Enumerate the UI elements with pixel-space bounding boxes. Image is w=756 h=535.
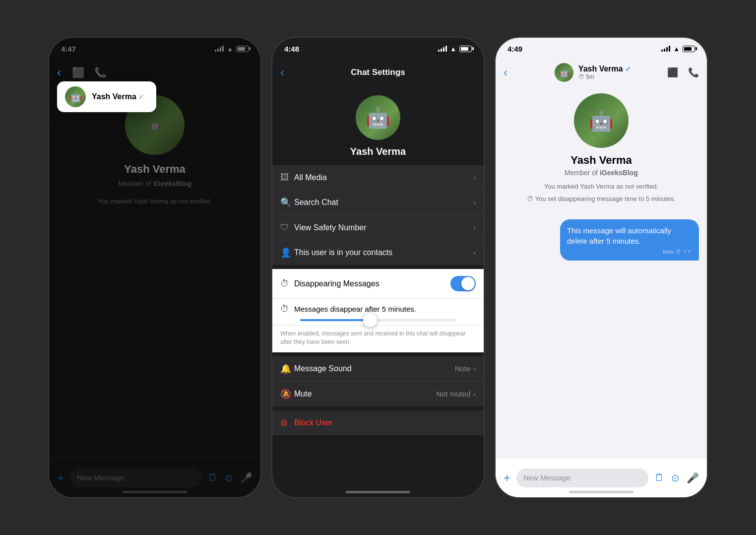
disappearing-system-msg: ⏱ You set disappearing message time to 5… bbox=[511, 195, 692, 202]
t-bar2 bbox=[664, 49, 665, 52]
chat-member-3: Member of iGeeksBlog bbox=[565, 169, 638, 177]
s-bar2 bbox=[441, 49, 442, 52]
popup-verified-icon: ✓ bbox=[138, 93, 144, 101]
status-bar-3: 4:49 ▲ bbox=[496, 38, 707, 60]
verified-3: ✓ bbox=[625, 65, 631, 73]
sticker-icon-3[interactable]: 🗒 bbox=[654, 472, 664, 483]
battery-fill-2 bbox=[461, 47, 468, 51]
contacts-row[interactable]: 👤 This user is in your contacts › bbox=[272, 240, 484, 265]
slider-track bbox=[300, 319, 456, 321]
contacts-icon: 👤 bbox=[280, 247, 294, 258]
disappearing-section: ⏱ Disappearing Messages ⏱ Messages disap… bbox=[272, 269, 484, 352]
status-bar-2: 4:48 ▲ bbox=[272, 38, 484, 60]
chevron-4: › bbox=[473, 249, 476, 257]
signal-3 bbox=[661, 46, 670, 52]
chevron-1: › bbox=[473, 174, 476, 182]
wifi-2: ▲ bbox=[450, 45, 456, 53]
slider-container[interactable] bbox=[280, 314, 476, 323]
chat-bubble: This message will automatically delete a… bbox=[560, 219, 699, 261]
home-indicator-2 bbox=[346, 491, 410, 493]
signal-2 bbox=[438, 46, 447, 52]
all-media-row[interactable]: 🖼 All Media › bbox=[272, 165, 484, 190]
section-1: 🖼 All Media › 🔍 Search Chat › 🛡 View Saf… bbox=[272, 165, 484, 265]
section-2: 🔔 Message Sound Note › 🔕 Mute Not muted … bbox=[272, 356, 484, 406]
search-chat-label: Search Chat bbox=[294, 198, 473, 207]
nav-title-2: Chat Settings bbox=[295, 67, 461, 77]
phone-2: 4:48 ▲ ‹ Chat Settings bbox=[271, 37, 485, 498]
t-bar3 bbox=[666, 47, 668, 52]
nav-actions-1: ⬛ 📞 bbox=[72, 67, 107, 78]
battery-tip-2 bbox=[472, 47, 474, 50]
mute-row[interactable]: 🔕 Mute Not muted › bbox=[272, 382, 484, 406]
safety-number-row[interactable]: 🛡 View Safety Number › bbox=[272, 215, 484, 240]
nav-bar-3: ‹ 🤖 Yash Verma ✓ ⏱ 5m ⬛ 📞 bbox=[496, 60, 707, 85]
slider-thumb[interactable] bbox=[363, 313, 377, 327]
slider-fill bbox=[300, 319, 370, 321]
battery-fill-3 bbox=[684, 47, 692, 51]
time-2: 4:48 bbox=[284, 45, 299, 53]
message-sound-row[interactable]: 🔔 Message Sound Note › bbox=[272, 356, 484, 382]
toy-avatar-chat: 🤖 bbox=[574, 93, 629, 148]
block-user-row[interactable]: ⊘ Block User bbox=[272, 410, 484, 435]
message-input-3[interactable]: New Message bbox=[516, 468, 648, 487]
mute-icon: 🔕 bbox=[280, 389, 294, 400]
settings-scroll[interactable]: 🤖 Yash Verma 🖼 All Media › 🔍 Search Chat… bbox=[272, 85, 484, 480]
disappearing-row[interactable]: ⏱ Disappearing Messages bbox=[272, 269, 484, 299]
wifi-3: ▲ bbox=[673, 45, 680, 53]
battery-tip-3 bbox=[695, 47, 697, 50]
toy-avatar-3: 🤖 bbox=[555, 63, 573, 82]
sound-label: Message Sound bbox=[294, 364, 455, 373]
back-button-3[interactable]: ‹ bbox=[504, 66, 518, 79]
phone-icon-3[interactable]: 📞 bbox=[688, 67, 699, 78]
bottom-icons-3: 🗒 ⊙ 🎤 bbox=[654, 472, 699, 484]
nav-bar-2: ‹ Chat Settings bbox=[272, 60, 484, 85]
search-chat-icon: 🔍 bbox=[280, 197, 294, 208]
back-button-1[interactable]: ‹ bbox=[57, 66, 72, 79]
video-call-icon-1[interactable]: ⬛ bbox=[72, 67, 84, 78]
messages-area: This message will automatically delete a… bbox=[496, 211, 707, 265]
battery-2 bbox=[459, 46, 472, 52]
battery-3 bbox=[683, 46, 695, 52]
chevron-3: › bbox=[473, 224, 476, 232]
message-placeholder-3: New Message bbox=[523, 473, 570, 482]
home-indicator-3 bbox=[569, 491, 633, 493]
disappear-after-row: ⏱ Messages disappear after 5 minutes. bbox=[272, 299, 484, 326]
nav-user-info-3: Yash Verma ✓ ⏱ 5m bbox=[578, 65, 631, 80]
sound-icon: 🔔 bbox=[280, 363, 294, 374]
disappear-after-label: Messages disappear after 5 minutes. bbox=[294, 305, 416, 313]
chat-content[interactable]: 🤖 Yash Verma Member of iGeeksBlog You ma… bbox=[496, 85, 707, 458]
chevron-2: › bbox=[473, 199, 476, 206]
mic-icon-3[interactable]: 🎤 bbox=[687, 472, 699, 484]
s-bar4 bbox=[445, 46, 447, 52]
chat-avatar-3: 🤖 bbox=[574, 93, 629, 148]
phone-call-icon-1[interactable]: 📞 bbox=[94, 67, 107, 78]
chat-name-3: Yash Verma bbox=[570, 154, 632, 167]
time-3: 4:49 bbox=[507, 45, 522, 53]
search-chat-row[interactable]: 🔍 Search Chat › bbox=[272, 190, 484, 215]
video-icon-3[interactable]: ⬛ bbox=[667, 67, 678, 78]
popup-tooltip[interactable]: 🤖 Yash Verma ✓ bbox=[57, 81, 156, 112]
disappearing-toggle[interactable] bbox=[450, 276, 476, 291]
popup-info: Yash Verma ✓ bbox=[92, 92, 144, 101]
slider-hint: When enabled, messages sent and received… bbox=[272, 326, 484, 352]
safety-icon: 🛡 bbox=[280, 222, 294, 233]
safety-label: View Safety Number bbox=[294, 223, 473, 232]
nav-user-group[interactable]: 🤖 Yash Verma ✓ ⏱ 5m bbox=[518, 63, 667, 82]
clock-icon: ⏱ bbox=[676, 249, 681, 255]
nav-bar-1: ‹ ⬛ 📞 🤖 Yash Verma ✓ bbox=[49, 60, 260, 85]
chevron-6: › bbox=[473, 390, 476, 398]
back-button-2[interactable]: ‹ bbox=[280, 66, 295, 79]
block-label: Block User bbox=[294, 418, 332, 427]
all-media-label: All Media bbox=[294, 173, 473, 182]
disappear-after-icon: ⏱ bbox=[280, 304, 289, 314]
bubble-container: This message will automatically delete a… bbox=[504, 219, 699, 261]
camera-icon-3[interactable]: ⊙ bbox=[671, 472, 680, 484]
bubble-time: Now bbox=[663, 249, 674, 255]
settings-profile-section: 🤖 Yash Verma bbox=[272, 85, 484, 165]
mute-label: Mute bbox=[294, 390, 436, 399]
toggle-knob bbox=[461, 277, 475, 290]
plus-button-3[interactable]: + bbox=[504, 471, 510, 485]
s-bar1 bbox=[438, 50, 440, 52]
block-icon: ⊘ bbox=[280, 417, 294, 428]
phone-1: 4:47 ▲ ‹ ⬛ 📞 bbox=[48, 37, 261, 498]
